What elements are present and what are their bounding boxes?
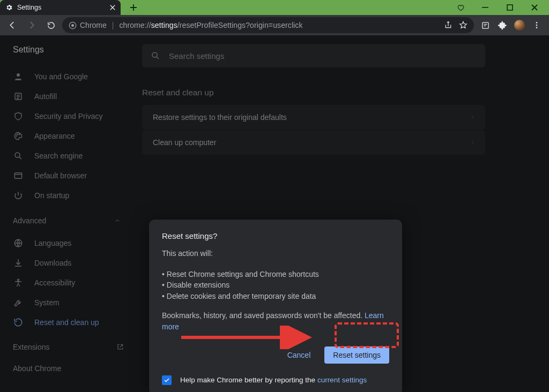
profile-avatar[interactable] [511,17,528,33]
omnibox-url: chrome://settings/resetProfileSettings?o… [119,21,302,29]
svg-rect-0 [482,7,488,8]
current-settings-link[interactable]: current settings [317,376,367,384]
svg-rect-4 [482,22,488,28]
share-icon[interactable] [444,21,452,29]
reset-settings-button[interactable]: Reset settings [324,346,389,364]
forward-button[interactable] [24,17,40,33]
omnibox[interactable]: Chrome | chrome://settings/resetProfileS… [62,17,474,33]
svg-point-3 [71,24,74,27]
dialog-bullet: Disable extensions [162,280,389,290]
dialog-title: Reset settings? [162,231,389,240]
svg-point-7 [536,27,538,28]
menu-icon[interactable] [529,17,545,33]
dialog-intro: This action will: [162,248,389,259]
gear-icon [5,4,13,11]
reading-list-icon[interactable] [477,17,493,33]
browser-toolbar: Chrome | chrome://settings/resetProfileS… [0,15,549,35]
dialog-note: Bookmarks, history, and saved passwords … [162,310,389,333]
chrome-icon: Chrome [69,21,107,29]
report-checkbox[interactable] [162,375,172,385]
close-window-button[interactable] [522,0,547,15]
browser-tab[interactable]: Settings [0,0,121,15]
svg-point-6 [536,25,538,26]
dialog-bullet: Delete cookies and other temporary site … [162,291,389,301]
cancel-button[interactable]: Cancel [280,346,318,364]
maximize-button[interactable] [498,0,522,15]
svg-rect-1 [507,5,513,10]
close-tab-icon[interactable] [110,5,115,10]
help-text: Help make Chrome better by reporting the… [180,376,367,384]
new-tab-button[interactable] [126,2,141,13]
minimize-button[interactable] [473,0,498,15]
svg-point-5 [536,22,538,24]
omnibox-label: Chrome [80,21,107,29]
dialog-bullet: Reset Chrome settings and Chrome shortcu… [162,269,389,280]
back-button[interactable] [4,17,20,33]
bookmark-icon[interactable] [459,21,468,29]
omnibox-divider: | [112,21,114,29]
heart-icon [448,0,473,15]
tab-title: Settings [17,4,41,11]
extensions-icon[interactable] [494,17,510,33]
reset-settings-dialog: Reset settings? This action will: Reset … [149,220,402,392]
reload-button[interactable] [43,17,59,33]
